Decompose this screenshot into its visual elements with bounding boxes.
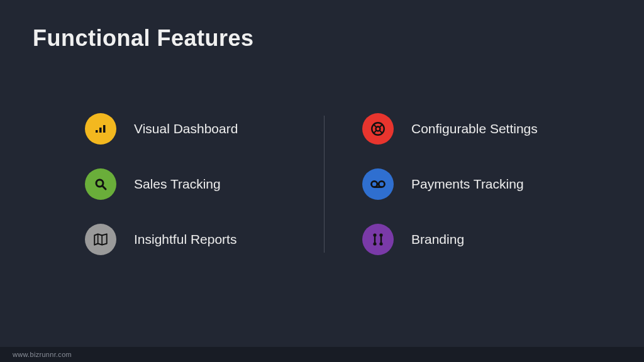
search-icon <box>85 168 116 200</box>
feature-insightful-reports: Insightful Reports <box>85 224 318 255</box>
svg-line-4 <box>103 186 106 190</box>
column-left: Visual Dashboard Sales Tracking Insightf… <box>85 113 318 255</box>
svg-rect-0 <box>96 130 98 133</box>
feature-label: Payments Tracking <box>411 177 524 192</box>
svg-line-10 <box>379 125 382 128</box>
svg-point-16 <box>373 233 376 236</box>
feature-visual-dashboard: Visual Dashboard <box>85 113 318 145</box>
feature-columns: Visual Dashboard Sales Tracking Insightf… <box>85 113 587 255</box>
svg-point-14 <box>379 181 384 187</box>
feature-payments-tracking: Payments Tracking <box>362 168 587 200</box>
vertical-divider <box>324 116 325 253</box>
svg-point-17 <box>373 242 376 245</box>
feature-label: Configurable Settings <box>411 121 538 136</box>
svg-point-18 <box>379 233 382 236</box>
svg-rect-2 <box>103 125 106 133</box>
column-right: Configurable Settings Payments Tracking <box>362 113 587 255</box>
page-title: Functional Features <box>33 25 254 52</box>
feature-label: Visual Dashboard <box>134 121 238 136</box>
feature-configurable-settings: Configurable Settings <box>362 113 587 145</box>
feature-label: Insightful Reports <box>134 232 236 247</box>
svg-line-9 <box>374 125 377 128</box>
pull-request-icon <box>362 224 394 255</box>
svg-point-7 <box>372 123 384 135</box>
feature-branding: Branding <box>362 224 587 255</box>
svg-point-8 <box>376 127 380 131</box>
svg-point-13 <box>372 181 377 187</box>
map-icon <box>85 224 116 255</box>
footer-url: www.bizrunnr.com <box>13 351 72 358</box>
svg-line-12 <box>379 130 382 133</box>
feature-sales-tracking: Sales Tracking <box>85 168 318 200</box>
svg-line-11 <box>374 130 377 133</box>
bar-chart-icon <box>85 113 116 145</box>
svg-point-19 <box>379 242 382 245</box>
lifebuoy-icon <box>362 113 394 145</box>
voicemail-icon <box>362 168 394 200</box>
footer-bar: www.bizrunnr.com <box>0 347 644 362</box>
svg-rect-1 <box>99 128 102 133</box>
feature-label: Sales Tracking <box>134 177 221 192</box>
feature-label: Branding <box>411 232 464 247</box>
